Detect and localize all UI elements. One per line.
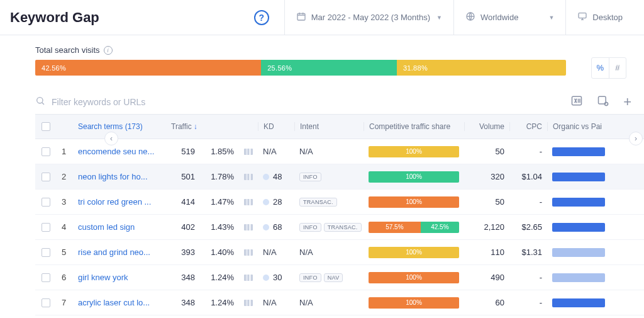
volume-value: 60: [464, 298, 509, 307]
help-icon[interactable]: ?: [254, 10, 269, 25]
col-volume[interactable]: Volume: [464, 122, 509, 131]
traffic-pct: 1.47%: [200, 197, 239, 207]
traffic-pct: 1.85%: [200, 147, 239, 156]
organic-vs-paid-bar: [552, 198, 605, 207]
organic-vs-paid-bar: [552, 248, 605, 257]
overview-segment-yellow: 31.88%: [397, 60, 566, 76]
table-row: 2neon lights for ho...5011.78%48INFO100%…: [35, 164, 644, 190]
add-icon[interactable]: +: [623, 95, 631, 109]
kd-dot-icon: [263, 275, 269, 281]
date-range-picker[interactable]: Mar 2022 - May 2022 (3 Months) ▼: [284, 0, 453, 35]
keyword-link[interactable]: encomende seu ne...: [73, 147, 166, 156]
kd-dot-icon: [263, 224, 269, 230]
row-checkbox[interactable]: [42, 198, 50, 207]
toggle-hash[interactable]: #: [609, 58, 626, 78]
volume-value: 50: [464, 147, 509, 156]
svg-rect-0: [297, 13, 305, 20]
share-segment: 42.5%: [421, 222, 459, 233]
kd-dot-icon: [263, 174, 269, 180]
kd-value: 30: [273, 273, 282, 282]
traffic-value: 519: [166, 147, 200, 156]
region-picker[interactable]: Worldwide ▼: [453, 0, 565, 35]
page-title: Keyword Gap: [10, 9, 99, 26]
overview-bar: 42.56%25.56%31.88%: [35, 60, 566, 76]
row-checkbox[interactable]: [42, 223, 50, 232]
col-intent[interactable]: Intent: [294, 122, 364, 131]
sort-desc-icon: ↓: [194, 122, 197, 131]
keyword-link[interactable]: rise and grind neo...: [73, 247, 166, 257]
organic-vs-paid-bar: [552, 298, 605, 307]
share-segment: 100%: [369, 272, 459, 283]
share-segment: 100%: [369, 171, 459, 183]
col-ovp[interactable]: Organic vs Pai: [547, 122, 610, 131]
table-header: Search terms (173) Traffic↓ KD Intent Co…: [35, 114, 644, 139]
traffic-value: 414: [166, 197, 200, 207]
organic-vs-paid-bar: [552, 273, 605, 282]
kd-value: N/A: [263, 298, 277, 307]
kd-value: N/A: [263, 147, 277, 156]
search-icon: [35, 96, 45, 108]
row-index: 4: [57, 222, 73, 232]
region-label: Worldwide: [480, 13, 518, 22]
col-traffic[interactable]: Traffic↓: [166, 122, 200, 131]
keyword-link[interactable]: girl knew york: [73, 273, 166, 282]
row-checkbox[interactable]: [42, 273, 50, 282]
trend-sparkline: [244, 224, 253, 230]
device-picker[interactable]: Desktop: [565, 0, 634, 35]
share-segment: 100%: [369, 247, 459, 258]
share-segment: 57.5%: [369, 222, 421, 233]
col-cpc[interactable]: CPC: [509, 122, 547, 131]
traffic-pct: 1.78%: [200, 172, 239, 181]
row-checkbox[interactable]: [42, 147, 50, 156]
col-kd[interactable]: KD: [258, 122, 294, 131]
table-row: 7acrylic laser cut lo...3481.24%N/AN/A10…: [35, 290, 644, 315]
cpc-value: $1.31: [509, 247, 547, 257]
filter-input[interactable]: [52, 97, 564, 107]
table-row: 1encomende seu ne...5191.85%N/AN/A100%50…: [35, 139, 644, 164]
export-excel-icon[interactable]: [570, 94, 583, 109]
unit-toggle[interactable]: % #: [591, 57, 626, 79]
scroll-right-button[interactable]: ›: [629, 132, 643, 145]
kd-value: 68: [273, 222, 282, 232]
trend-sparkline: [244, 249, 253, 256]
intent-tag: TRANSAC.: [324, 223, 362, 232]
toggle-percent[interactable]: %: [592, 58, 609, 78]
share-bar: 100%: [369, 297, 459, 309]
scroll-left-button[interactable]: ‹: [104, 132, 118, 145]
caret-down-icon: ▼: [548, 14, 554, 21]
share-bar: 100%: [369, 171, 459, 183]
keyword-link[interactable]: custom led sign: [73, 222, 166, 232]
keyword-link[interactable]: tri color red green ...: [73, 197, 166, 207]
row-index: 7: [57, 298, 73, 307]
cpc-value: -: [509, 273, 547, 282]
intent-tag: TRANSAC.: [299, 198, 337, 207]
col-search-terms[interactable]: Search terms (173): [73, 122, 166, 131]
row-index: 5: [57, 247, 73, 257]
svg-point-3: [37, 98, 43, 103]
table-row: 6girl knew york3481.24%30INFONAV100%490-: [35, 265, 644, 290]
svg-point-6: [605, 103, 608, 106]
intent-tag: INFO: [299, 173, 321, 181]
row-index: 6: [57, 273, 73, 282]
intent-value: N/A: [299, 247, 313, 257]
share-bar: 100%: [369, 146, 459, 157]
keyword-link[interactable]: acrylic laser cut lo...: [73, 298, 166, 307]
row-checkbox[interactable]: [42, 298, 50, 307]
row-checkbox[interactable]: [42, 248, 50, 257]
cpc-value: -: [509, 298, 547, 307]
settings-icon[interactable]: [597, 94, 609, 109]
caret-down-icon: ▼: [436, 14, 442, 21]
row-index: 3: [57, 197, 73, 207]
info-icon[interactable]: i: [104, 46, 113, 55]
svg-rect-2: [579, 13, 586, 18]
select-all-checkbox[interactable]: [42, 122, 50, 131]
trend-sparkline: [244, 275, 253, 281]
kd-value: 28: [273, 197, 282, 207]
organic-vs-paid-bar: [552, 173, 605, 181]
col-share[interactable]: Competitive traffic share: [364, 122, 464, 131]
traffic-pct: 1.43%: [200, 222, 239, 232]
share-segment: 100%: [369, 196, 459, 208]
keyword-link[interactable]: neon lights for ho...: [73, 172, 166, 181]
volume-value: 2,120: [464, 222, 509, 232]
row-checkbox[interactable]: [42, 173, 50, 181]
